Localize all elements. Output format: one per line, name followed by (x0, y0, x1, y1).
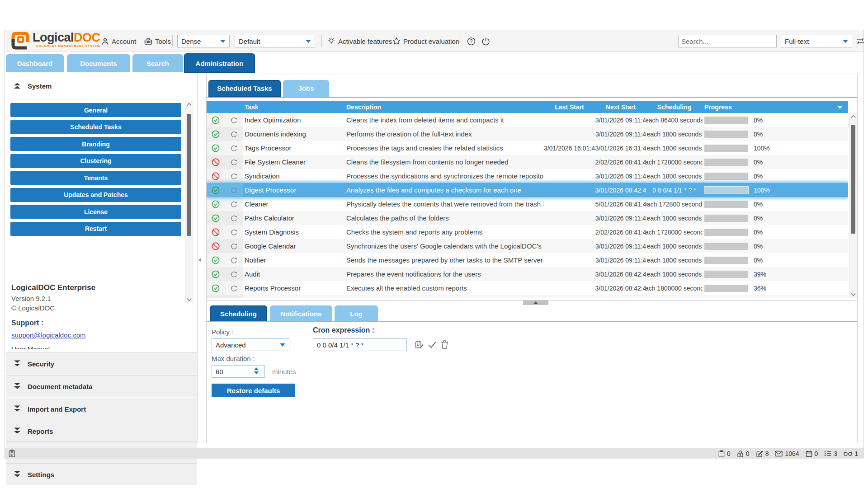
task-row[interactable]: Audit Prepares the event notifications f… (207, 267, 848, 281)
task-row[interactable]: Cleaner Physically deletes the contents … (207, 197, 848, 211)
scroll-up-icon[interactable] (851, 115, 856, 118)
splitter-grip[interactable] (523, 300, 548, 305)
task-row[interactable]: Notifier Sends the messages prepared by … (207, 253, 848, 267)
task-row[interactable]: System Diagnosis Checks the system and r… (207, 225, 848, 239)
max-duration-stepper[interactable] (254, 367, 259, 374)
detail-tab[interactable]: Notifications (270, 305, 332, 322)
sidebar-section-system[interactable]: System (6, 76, 197, 96)
system-menu-button[interactable]: License (10, 205, 181, 219)
scroll-down-icon[interactable] (187, 298, 192, 301)
nav-tab[interactable]: Dashboard (6, 54, 64, 72)
nav-tab[interactable]: Administration (184, 53, 255, 73)
system-menu-button[interactable]: General (10, 103, 181, 117)
run-task-icon[interactable] (230, 131, 237, 138)
sidebar-accordion-section[interactable]: Settings (6, 463, 197, 485)
system-menu-button[interactable]: Scheduled Tasks (10, 120, 181, 134)
status-clipboard[interactable]: 0 (718, 450, 731, 457)
progress-label: 39% (754, 271, 766, 278)
density-select[interactable]: Dense (177, 35, 230, 47)
run-task-icon[interactable] (230, 117, 237, 124)
sidebar-accordion-section[interactable]: Reports (6, 420, 197, 442)
status-messages[interactable]: 1064 (775, 450, 799, 457)
progress-bar (704, 131, 748, 138)
task-row[interactable]: Paths Calculator Calculates the paths of… (207, 211, 848, 225)
scroll-down-icon[interactable] (851, 293, 856, 296)
support-email-link[interactable]: support@logicaldoc.com (11, 331, 85, 339)
run-task-icon[interactable] (230, 271, 237, 278)
compose-cron-icon[interactable] (415, 340, 424, 349)
table-scrollbar[interactable] (849, 113, 857, 298)
column-progress[interactable]: Progress (703, 101, 847, 113)
run-task-icon[interactable] (230, 201, 237, 208)
tools-menu[interactable]: Tools (144, 30, 171, 52)
sidebar-accordion-section[interactable]: Import and Export (6, 398, 197, 420)
task-row[interactable]: Tags Processor Processes the tags and cr… (207, 141, 848, 155)
clear-cron-icon[interactable] (440, 340, 449, 349)
task-row[interactable]: Syndication Processes the syndications a… (207, 169, 848, 183)
activable-features-link[interactable]: Activable features (327, 30, 392, 52)
sidebar-accordion-section[interactable]: Document metadata (6, 375, 197, 397)
run-task-icon[interactable] (230, 257, 237, 264)
policy-select[interactable]: Advanced (212, 338, 289, 351)
column-description[interactable]: Description (344, 101, 543, 113)
system-menu-button[interactable]: Restart (10, 222, 181, 236)
sidebar-accordion-section[interactable]: Security (6, 352, 197, 375)
run-task-icon[interactable] (230, 145, 237, 152)
task-row[interactable]: Digest Processor Analyzes the files and … (207, 183, 848, 197)
column-picker-icon[interactable] (837, 106, 843, 109)
run-task-icon[interactable] (230, 173, 237, 180)
scroll-up-icon[interactable] (187, 103, 192, 106)
run-task-icon[interactable] (230, 215, 237, 222)
task-row[interactable]: Reports Processor Executes all the enabl… (207, 281, 848, 295)
column-last-start[interactable]: Last Start (543, 101, 595, 113)
cron-expression-input[interactable] (313, 338, 407, 351)
progress-label: 0% (754, 257, 763, 264)
account-menu[interactable]: Account (101, 30, 136, 52)
clipboard-status[interactable] (9, 450, 15, 457)
logout-button[interactable] (481, 30, 490, 52)
search-options-button[interactable] (856, 30, 865, 52)
run-task-icon[interactable] (230, 243, 237, 250)
scrollbar-thumb[interactable] (851, 125, 855, 234)
sidebar-scrollbar[interactable] (185, 101, 193, 303)
column-task[interactable]: Task (243, 101, 344, 113)
system-menu-button[interactable]: Tenants (10, 171, 181, 185)
skin-select[interactable]: Default (235, 35, 315, 47)
tasks-table: Index Optimization Cleans the index from… (207, 113, 848, 298)
detail-tab[interactable]: Scheduling (210, 305, 267, 322)
help-button[interactable]: ? (467, 30, 476, 52)
validate-cron-icon[interactable] (428, 341, 437, 349)
system-panel: GeneralScheduled TasksBrandingClustering… (6, 99, 197, 349)
system-menu-button[interactable]: Clustering (10, 154, 181, 168)
nav-tab[interactable]: Documents (67, 54, 130, 72)
task-row[interactable]: Documents indexing Performs the creation… (207, 127, 848, 141)
task-row[interactable]: File System Cleaner Cleans the filesyste… (207, 155, 848, 169)
status-subscriptions[interactable]: 1 (844, 450, 858, 457)
task-row[interactable]: Google Calendar Synchronizes the users' … (207, 239, 848, 253)
status-checked-out[interactable]: 8 (756, 450, 769, 457)
run-task-icon[interactable] (230, 159, 237, 166)
product-evaluation-link[interactable]: Product evaluation (392, 30, 459, 52)
search-mode-select[interactable]: Full-text (781, 35, 852, 47)
run-task-icon[interactable] (230, 229, 237, 236)
system-menu-button[interactable]: Updates and Patches (10, 188, 181, 202)
enabled-icon (212, 116, 220, 124)
scrollbar-thumb[interactable] (187, 114, 191, 236)
status-events[interactable]: 0 (806, 450, 818, 457)
nav-tab[interactable]: Search (132, 54, 183, 72)
search-input[interactable] (679, 38, 774, 45)
panel-tab[interactable]: Scheduled Tasks (208, 80, 281, 97)
sidebar-collapse-handle[interactable] (198, 254, 203, 266)
detail-tab[interactable]: Log (335, 305, 378, 322)
status-locked-docs[interactable]: 0 (737, 450, 750, 457)
column-scheduling[interactable]: Scheduling (646, 101, 703, 113)
status-workflow-tasks[interactable]: 3 (824, 450, 837, 457)
run-task-icon[interactable] (230, 285, 237, 292)
system-menu-button[interactable]: Branding (10, 137, 181, 151)
task-row[interactable]: Zonal OCR Processor Identifies the zones… (207, 295, 848, 298)
run-task-icon[interactable] (230, 187, 237, 194)
restore-defaults-button[interactable]: Restore defaults (212, 384, 295, 397)
task-row[interactable]: Index Optimization Cleans the index from… (207, 113, 848, 127)
column-next-start[interactable]: Next Start (595, 101, 646, 113)
panel-tab[interactable]: Jobs (283, 80, 329, 97)
